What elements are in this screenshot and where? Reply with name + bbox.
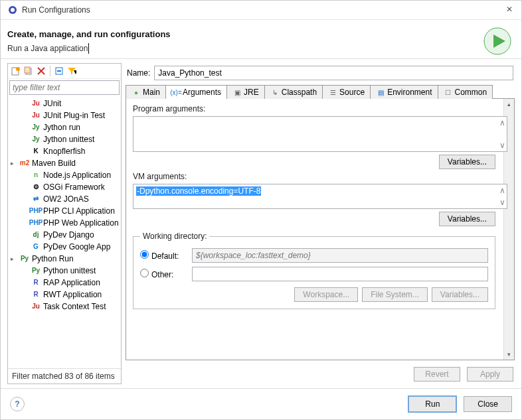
name-input[interactable] (154, 66, 513, 80)
tree-item[interactable]: RRAP Application (8, 277, 121, 289)
close-button[interactable]: Close (464, 396, 512, 412)
tab-icon: ▤ (376, 88, 385, 97)
tab-source[interactable]: ☰Source (322, 85, 371, 99)
tab-icon: ● (131, 88, 141, 97)
tree-item[interactable]: djPyDev Django (8, 229, 121, 241)
new-config-icon[interactable] (11, 66, 21, 76)
config-type-icon: ⚙ (31, 182, 41, 192)
tree-item[interactable]: ▸PyPython Run (8, 253, 121, 265)
config-type-icon: n (31, 170, 41, 180)
config-type-icon: PHP (31, 206, 41, 216)
config-type-icon: dj (31, 230, 41, 240)
config-type-icon: Jy (31, 134, 41, 145)
other-radio-label[interactable]: Other: (140, 269, 187, 279)
filter-input[interactable] (9, 80, 120, 95)
tab-label: Main (143, 88, 160, 97)
tab-label: Classpath (282, 88, 317, 97)
tab-classpath[interactable]: ↳Classpath (264, 85, 323, 99)
program-args-variables-button[interactable]: Variables... (439, 155, 495, 169)
tab-label: Source (339, 88, 365, 97)
tree-item-label: Python Run (32, 253, 74, 264)
filter-status: Filter matched 83 of 86 items (8, 368, 121, 384)
tree-item[interactable]: RRWT Application (8, 289, 121, 301)
tree-item[interactable]: ▸m2Maven Build (8, 157, 121, 169)
tab-jre[interactable]: ▣JRE (226, 85, 265, 99)
eclipse-icon (7, 5, 18, 15)
config-type-icon: Ju (31, 98, 41, 109)
tab-icon: ▣ (232, 88, 242, 97)
window-title: Run Configurations (22, 5, 504, 15)
tree-item[interactable]: KKnopflerfish (8, 145, 121, 157)
vm-args-label: VM arguments: (133, 172, 507, 181)
titlebar: Run Configurations ✕ (1, 1, 521, 20)
tab-arguments[interactable]: (x)=Arguments (165, 85, 227, 99)
tab-icon: ↳ (270, 88, 280, 97)
config-tree-panel: ▾ JuJUnitJuJUnit Plug-in TestJyJython ru… (7, 63, 122, 384)
toolbar-separator (50, 66, 50, 76)
collapse-all-icon[interactable] (54, 66, 64, 76)
workspace-button[interactable]: Workspace... (294, 287, 358, 302)
run-icon (483, 27, 512, 56)
duplicate-icon[interactable] (23, 66, 34, 76)
run-button[interactable]: Run (408, 395, 457, 413)
config-type-icon: G (31, 242, 41, 252)
tree-item-label: Task Context Test (43, 301, 106, 312)
tree-item[interactable]: PHPPHP Web Application (8, 217, 121, 229)
tree-item[interactable]: GPyDev Google App (8, 241, 121, 253)
delete-icon[interactable] (36, 66, 46, 76)
tab-common[interactable]: ☐Common (438, 85, 493, 99)
apply-button[interactable]: Apply (467, 367, 513, 382)
config-editor: Name: ●Main(x)=Arguments▣JRE↳Classpath☰S… (126, 63, 515, 384)
tree-item-label: OSGi Framework (43, 182, 105, 192)
config-type-icon: R (31, 289, 41, 300)
filesystem-button[interactable]: File System... (362, 287, 428, 302)
help-icon[interactable]: ? (10, 397, 25, 411)
other-radio[interactable] (140, 269, 149, 277)
workdir-variables-button[interactable]: Variables... (432, 287, 488, 302)
tree-item-label: Node.js Application (43, 170, 111, 180)
vm-args-variables-button[interactable]: Variables... (439, 212, 495, 226)
config-tree[interactable]: JuJUnitJuJUnit Plug-in TestJyJython runJ… (8, 96, 121, 368)
program-args-input[interactable]: ∧∨ (133, 116, 507, 152)
tree-item[interactable]: PyPython unittest (8, 265, 121, 277)
tree-item[interactable]: JuJUnit Plug-in Test (8, 109, 121, 121)
tree-item[interactable]: JuTask Context Test (8, 301, 121, 313)
expand-arrow-icon[interactable]: ▸ (11, 253, 17, 264)
tree-item[interactable]: nNode.js Application (8, 169, 121, 181)
revert-button[interactable]: Revert (414, 367, 460, 382)
config-type-icon: ⇄ (31, 194, 41, 204)
tab-label: Common (455, 88, 487, 97)
tab-icon: ☐ (444, 88, 453, 97)
expand-arrow-icon[interactable]: ▸ (11, 158, 17, 169)
config-type-icon: Ju (31, 301, 41, 312)
other-workdir-input[interactable] (192, 267, 488, 281)
config-type-icon: R (31, 277, 41, 288)
svg-rect-7 (25, 67, 30, 73)
default-radio[interactable] (140, 250, 149, 259)
close-icon[interactable]: ✕ (504, 5, 515, 15)
tree-item[interactable]: JyJython run (8, 121, 121, 133)
tree-item-label: Maven Build (32, 158, 76, 169)
tree-item[interactable]: PHPPHP CLI Application (8, 205, 121, 217)
config-type-icon: m2 (19, 158, 30, 169)
tab-environment[interactable]: ▤Environment (370, 85, 438, 99)
arguments-tab-panel: ▴▾ Program arguments: ∧∨ Variables... VM… (126, 99, 515, 360)
tree-item-label: JUnit (43, 98, 61, 109)
tree-item-label: Jython run (43, 122, 80, 133)
default-radio-label[interactable]: Default: (140, 250, 187, 261)
tree-item[interactable]: ⇄OW2 JOnAS (8, 193, 121, 205)
tree-item[interactable]: JyJython unittest (8, 133, 121, 145)
config-tabs: ●Main(x)=Arguments▣JRE↳Classpath☰Source▤… (126, 84, 515, 99)
config-type-icon: PHP (31, 218, 41, 228)
name-label: Name: (127, 68, 150, 78)
default-workdir-input (192, 248, 488, 263)
tree-item[interactable]: ⚙OSGi Framework (8, 181, 121, 193)
vm-args-value: -Dpython.console.encoding=UTF-8 (136, 186, 261, 196)
tab-main[interactable]: ●Main (126, 85, 166, 99)
tree-item[interactable]: JuJUnit (8, 98, 121, 109)
tree-item-label: OW2 JOnAS (43, 194, 89, 204)
filter-menu-icon[interactable]: ▾ (66, 66, 77, 76)
vm-args-input[interactable]: -Dpython.console.encoding=UTF-8 ∧∨ (133, 184, 507, 209)
tree-item-label: JUnit Plug-in Test (43, 110, 105, 121)
dialog-header: Create, manage, and run configurations R… (1, 20, 521, 58)
